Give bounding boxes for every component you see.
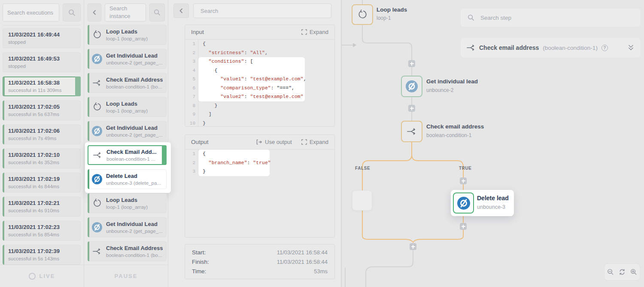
expand-label: Expand [310,29,328,35]
step-item[interactable]: Check Email Addressboolean-condition-1 (… [88,73,167,93]
input-panel-title: Input [191,29,204,35]
step-item[interactable]: Loop Leadsloop-1 (loop_array) [88,193,167,213]
expand-output-button[interactable]: Expand [301,139,328,145]
loop-icon [88,102,106,112]
branch-icon [88,79,106,86]
start-label: Start: [192,248,206,257]
search-executions-button[interactable] [63,3,81,21]
expand-input-button[interactable]: Expand [301,29,328,35]
status-bar [88,169,89,189]
expand-label: Expand [310,139,328,145]
execution-item[interactable]: 11/03/2021 16:49:44stopped [3,28,81,48]
execution-item[interactable]: 11/03/2021 17:02:19successful in 4s 844m… [3,173,81,192]
execution-timestamp: 11/03/2021 17:02:10 [8,152,77,158]
search-instance-placeholder: Search instance [109,5,141,20]
search-executions-input[interactable] [3,3,59,21]
delete-lead-card[interactable]: Delete lead unbounce-3 [451,190,514,216]
search-detail-input[interactable] [193,3,331,18]
execution-item[interactable]: 11/03/2021 16:58:38successful in 11s 309… [3,76,81,96]
unbounce-icon [457,197,470,210]
pause-toggle[interactable]: PAUSE [84,265,168,287]
step-subtitle: unbounce-3 (delete_pa... [106,180,161,186]
get-lead-node-title: Get individual lead [426,78,478,85]
expand-icon [301,29,307,35]
workflow-debugger-app: 11/03/2021 16:49:44stopped11/03/2021 16:… [0,0,644,287]
zoom-in-button[interactable] [630,269,637,275]
execution-timestamp: 11/03/2021 17:02:06 [8,128,77,134]
step-header-bar[interactable]: Check email address (boolean-condition-1… [461,38,640,58]
execution-item[interactable]: 11/03/2021 17:02:10successful in 4s 352m… [3,149,81,168]
expand-icon [301,139,307,145]
branch-icon [407,128,416,135]
get-individual-lead-node[interactable] [401,76,422,97]
status-bar [3,245,4,265]
step-title: Get Individual Lead [106,221,163,227]
step-item[interactable]: Check Email Add...boolean-condition-1 ..… [88,145,167,165]
live-toggle[interactable]: LIVE [0,265,84,287]
use-output-button[interactable]: Use output [256,139,292,145]
code-line: 3} [185,167,334,176]
execution-meta-panel: Start:11/03/2021 16:58:44 Finish:11/03/2… [185,244,335,279]
loop-leads-node[interactable] [352,4,373,25]
execution-timestamp: 11/03/2021 16:58:38 [8,79,76,86]
step-title: Check Email Address [106,245,163,251]
search-step-input[interactable] [480,14,633,21]
add-step-button[interactable] [408,105,415,112]
execution-item[interactable]: 11/03/2021 17:02:06successful in 7s 49ms [3,125,81,144]
step-item[interactable]: Get Individual Leadunbounce-2 (get_page_… [88,121,167,141]
step-item[interactable]: Get Individual Leadunbounce-2 (get_page_… [88,49,167,69]
zoom-out-button[interactable] [607,269,614,275]
step-item[interactable]: Check Email Addressboolean-condition-1 (… [88,241,167,261]
output-code-viewer: 1{2 "branch_name": "true"3} [185,150,334,238]
add-step-button[interactable] [408,60,415,67]
zoom-in-icon [630,269,637,275]
execution-item[interactable]: 11/03/2021 17:02:39successful in 5s 143m… [3,245,81,265]
step-subtitle: loop-1 (loop_array) [106,36,148,41]
help-icon[interactable]: ? [601,45,608,51]
status-bar [88,121,89,141]
status-bar [3,101,4,120]
workflow-canvas[interactable]: Loop leads loop-1 Check email address (b… [341,0,644,287]
search-step-bar [461,9,640,27]
step-title: Check Email Address [106,76,163,83]
step-item[interactable]: Loop Leadsloop-1 (loop_array) [88,25,167,45]
step-title: Get Individual Lead [106,52,163,59]
step-item[interactable]: Loop Leadsloop-1 (loop_array) [88,97,167,117]
code-line: 1{ [185,150,334,159]
loop-icon [357,9,368,20]
collapse-button[interactable] [628,45,634,51]
finish-value: 11/03/2021 16:58:44 [277,257,328,267]
step-item[interactable]: Delete Leadunbounce-3 (delete_pa... [88,169,167,189]
status-bar [88,73,89,93]
execution-status: successful in 5s 637ms [8,112,77,117]
back-button[interactable] [88,3,101,21]
step-item[interactable]: Get Individual Leadunbounce-2 (get_page_… [88,217,167,237]
branch-icon [88,248,106,255]
execution-status: successful in 11s 309ms [8,88,76,93]
execution-timestamp: 11/03/2021 17:02:21 [8,200,77,206]
execution-item[interactable]: 11/03/2021 16:49:53stopped [3,52,81,72]
execution-status: stopped [8,64,77,69]
delete-lead-node[interactable] [453,192,474,214]
search-instance-input[interactable]: Search instance [105,3,146,21]
empty-step-slot[interactable] [352,190,372,211]
execution-item[interactable]: 11/03/2021 17:02:05successful in 5s 637m… [3,101,81,120]
pause-label: PAUSE [115,273,138,279]
check-email-node[interactable] [401,121,422,142]
output-panel: Output Use output Expand [185,134,335,238]
loop-node-title: Loop leads [377,6,407,13]
add-step-button[interactable] [410,243,416,250]
chevron-left-icon [179,8,184,14]
execution-item[interactable]: 11/03/2021 17:02:23successful in 5s 854m… [3,221,81,241]
add-step-button[interactable] [460,177,467,184]
back-button[interactable] [173,3,189,18]
code-line: 1{ [185,40,334,49]
execution-item[interactable]: 11/03/2021 17:02:21successful in 4s 910m… [3,197,81,217]
add-step-button[interactable] [460,223,467,230]
fit-view-button[interactable] [619,269,626,275]
live-indicator-icon [29,273,36,280]
step-title: Loop Leads [106,28,148,35]
execution-timestamp: 11/03/2021 17:02:23 [8,224,77,230]
loop-icon [88,30,106,40]
search-instance-button[interactable] [149,3,165,21]
